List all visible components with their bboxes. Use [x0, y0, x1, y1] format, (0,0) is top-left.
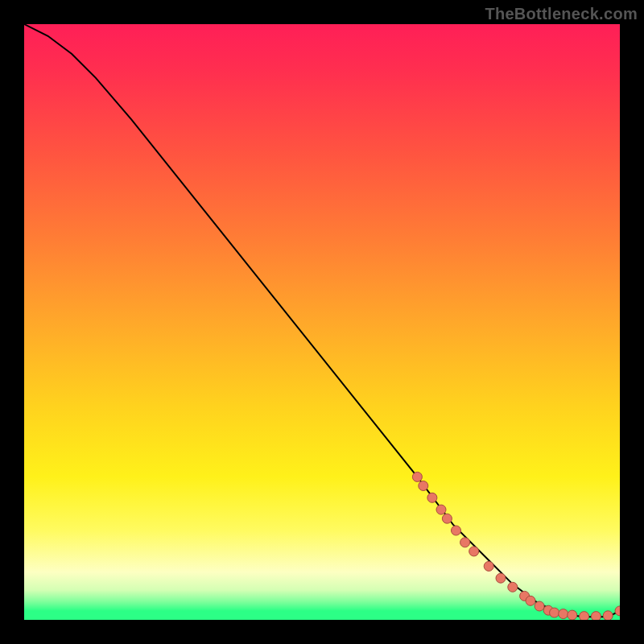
scatter-point: [526, 596, 535, 605]
scatter-point: [484, 561, 493, 571]
scatter-point: [559, 609, 568, 619]
scatter-point: [419, 481, 428, 491]
plot-area: [24, 24, 620, 620]
scatter-point: [603, 611, 613, 620]
scatter-point: [469, 547, 479, 556]
bottleneck-curve: [24, 24, 620, 617]
source-label: TheBottleneck.com: [485, 5, 638, 23]
scatter-point: [436, 505, 446, 514]
scatter-point: [580, 612, 589, 620]
scatter-point: [496, 573, 506, 583]
scatter-point: [568, 610, 577, 620]
scatter-point: [452, 526, 461, 535]
scatter-point: [550, 608, 559, 617]
scatter-point: [427, 493, 437, 502]
scatter-point: [591, 612, 601, 620]
scatter-point: [412, 472, 422, 481]
chart-canvas: TheBottleneck.com: [0, 0, 644, 644]
scatter-point: [460, 538, 470, 547]
scatter-points: [412, 472, 620, 620]
scatter-point: [535, 601, 544, 611]
scatter-point: [442, 514, 452, 523]
scatter-point: [615, 606, 620, 616]
scatter-point: [508, 582, 518, 592]
chart-overlay: [24, 24, 620, 620]
